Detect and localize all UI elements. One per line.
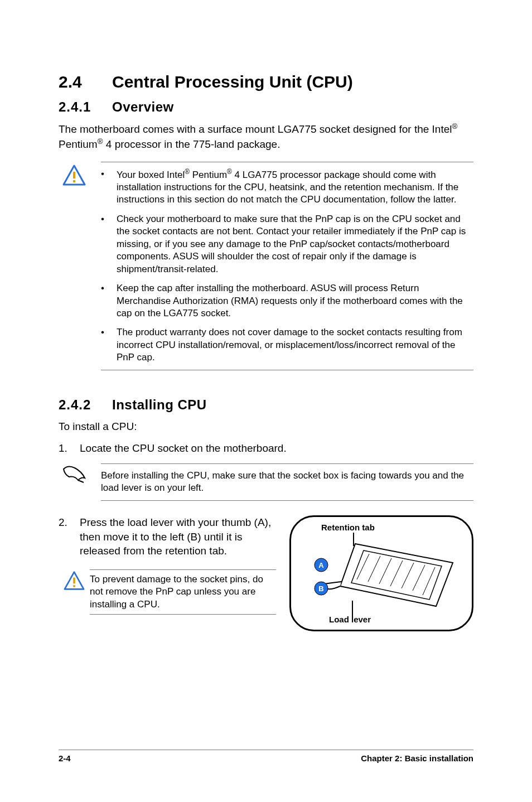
warn-text: To prevent damage to the socket pins, do… — [90, 573, 276, 611]
icon-column — [59, 463, 90, 501]
section-2-number: 2.4.2 — [59, 397, 112, 413]
page-footer: 2-4 Chapter 2: Basic installation — [0, 750, 532, 763]
step-2-row: 2. Press the load lever with your thumb … — [59, 515, 473, 631]
info-note-text: Before installing the CPU, make sure tha… — [101, 470, 473, 495]
hand-point-icon — [61, 466, 87, 484]
callout-text: • Your boxed Intel® Pentium® 4 LGA775 pr… — [101, 162, 473, 370]
svg-text:A: A — [318, 561, 324, 569]
socket-diagram-icon: A B — [291, 517, 473, 631]
footer-divider — [59, 750, 473, 750]
svg-marker-8 — [340, 544, 453, 606]
note-item: • The product warranty does not cover da… — [101, 326, 473, 364]
warning-callout-2: To prevent damage to the socket pins, do… — [59, 569, 276, 615]
note-item: • Check your motherboard to make sure th… — [101, 213, 473, 276]
section-1-number: 2.4.1 — [59, 99, 112, 115]
section-2-intro: To install a CPU: — [59, 419, 473, 434]
cpu-socket-figure: Retention tab — [289, 515, 473, 631]
callout-text: To prevent damage to the socket pins, do… — [90, 569, 276, 615]
warning-icon — [63, 571, 85, 591]
step-2: 2. Press the load lever with your thumb … — [59, 515, 276, 558]
main-heading: 2.4Central Processing Unit (CPU) — [59, 73, 473, 91]
section-1-title: Overview — [112, 99, 174, 114]
bullet-icon: • — [101, 168, 117, 206]
step-1: 1. Locate the CPU socket on the motherbo… — [59, 441, 473, 456]
intro-text-1: The motherboard comes with a surface mou… — [59, 123, 452, 135]
icon-column — [59, 162, 90, 370]
note-text: The product warranty does not cover dama… — [117, 326, 473, 364]
note-text: Your boxed Intel® Pentium® 4 LGA775 proc… — [117, 168, 473, 206]
footer-row: 2-4 Chapter 2: Basic installation — [59, 753, 473, 763]
intro-text-3: 4 processor in the 775-land package. — [103, 138, 280, 150]
step-text: Locate the CPU socket on the motherboard… — [80, 441, 287, 456]
step-text: Press the load lever with your thumb (A)… — [80, 515, 276, 558]
section-2-title: Installing CPU — [112, 397, 207, 412]
svg-rect-4 — [73, 577, 75, 583]
note-item: • Keep the cap after installing the moth… — [101, 282, 473, 320]
divider — [90, 614, 276, 615]
step-number: 1. — [59, 441, 80, 456]
svg-text:B: B — [318, 584, 323, 593]
info-callout: Before installing the CPU, make sure tha… — [59, 463, 473, 501]
section-2-heading: 2.4.2Installing CPU — [59, 397, 473, 413]
divider — [90, 569, 276, 570]
bullet-icon: • — [101, 326, 117, 364]
reg-mark: ® — [98, 137, 103, 146]
note-text: Check your motherboard to make sure that… — [117, 213, 473, 276]
page-number: 2-4 — [59, 753, 71, 763]
page: 2.4Central Processing Unit (CPU) 2.4.1Ov… — [0, 0, 532, 802]
svg-rect-1 — [73, 172, 75, 178]
bullet-icon: • — [101, 282, 117, 320]
note-text: Keep the cap after installing the mother… — [117, 282, 473, 320]
step-2-left: 2. Press the load lever with your thumb … — [59, 515, 276, 631]
heading-title: Central Processing Unit (CPU) — [112, 73, 353, 91]
figure-label-lever: Load lever — [329, 615, 371, 624]
step-number: 2. — [59, 515, 80, 558]
divider — [101, 463, 473, 464]
callout-text: Before installing the CPU, make sure tha… — [101, 463, 473, 501]
warning-callout: • Your boxed Intel® Pentium® 4 LGA775 pr… — [59, 162, 473, 370]
section-1-heading: 2.4.1Overview — [59, 99, 473, 115]
reg-mark: ® — [452, 122, 458, 131]
note-list: • Your boxed Intel® Pentium® 4 LGA775 pr… — [101, 168, 473, 364]
icon-column — [59, 569, 90, 615]
divider — [101, 370, 473, 370]
intro-text-2: Pentium — [59, 138, 98, 150]
divider — [101, 500, 473, 501]
note-item: • Your boxed Intel® Pentium® 4 LGA775 pr… — [101, 168, 473, 206]
svg-rect-2 — [73, 180, 75, 182]
chapter-title: Chapter 2: Basic installation — [361, 753, 473, 763]
section-1-intro: The motherboard comes with a surface mou… — [59, 122, 473, 152]
heading-number: 2.4 — [59, 73, 112, 91]
svg-rect-5 — [73, 585, 75, 587]
warning-icon — [62, 164, 86, 186]
divider — [101, 162, 473, 162]
figure-column: Retention tab — [289, 515, 473, 631]
bullet-icon: • — [101, 213, 117, 276]
